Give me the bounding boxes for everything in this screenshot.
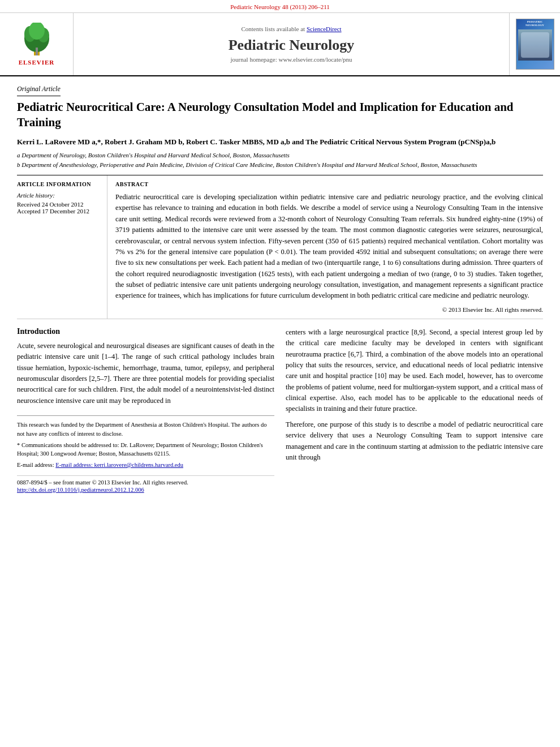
cover-title-label: PEDIATRICNEUROLOGY: [524, 19, 545, 27]
elsevier-tree-icon: [14, 23, 59, 57]
correspondence-note: * Communications should be addressed to:…: [17, 441, 274, 459]
abstract-panel: ABSTRACT Pediatric neurocritical care is…: [107, 175, 543, 319]
info-abstract-section: ARTICLE INFORMATION Article history: Rec…: [17, 175, 543, 319]
funding-note: This research was funded by the Departme…: [17, 420, 274, 439]
article-content: Original Article Pediatric Neurocritical…: [0, 76, 560, 502]
left-column: Introduction Acute, severe neurological …: [17, 327, 274, 494]
introduction-heading: Introduction: [17, 327, 274, 336]
right-column: centers with a large neurosurgical pract…: [286, 327, 543, 494]
journal-title-area: Contents lists available at ScienceDirec…: [74, 13, 509, 75]
elsevier-logo-area: ELSEVIER: [0, 13, 74, 75]
affiliations: a Department of Neurology, Boston Childr…: [17, 151, 543, 169]
abstract-body: Pediatric neurocritical care is developi…: [115, 192, 543, 302]
article-type-label: Original Article: [17, 85, 61, 96]
article-information-panel: ARTICLE INFORMATION Article history: Rec…: [17, 175, 107, 319]
copyright-notice: © 2013 Elsevier Inc. All rights reserved…: [115, 306, 543, 313]
intro-right-paragraph-2: Therefore, one purpose of this study is …: [286, 419, 543, 463]
elsevier-brand-label: ELSEVIER: [19, 59, 55, 66]
received-date: Received 24 October 2012: [17, 201, 99, 208]
doi-line: http://dx.doi.org/10.1016/j.pediatrneuro…: [17, 487, 274, 493]
intro-right-paragraph-1: centers with a large neurosurgical pract…: [286, 327, 543, 415]
footer-notes: This research was funded by the Departme…: [17, 415, 274, 470]
affiliation-b: b Department of Anesthesiology, Perioper…: [17, 160, 543, 170]
email-note: E-mail address: E-mail address: kerri.la…: [17, 461, 274, 470]
science-direct-line: Contents lists available at ScienceDirec…: [241, 25, 341, 32]
doi-link[interactable]: http://dx.doi.org/10.1016/j.pediatrneuro…: [17, 487, 144, 493]
affiliation-a: a Department of Neurology, Boston Childr…: [17, 151, 543, 160]
footer-ids: 0887-8994/$ – see front matter © 2013 El…: [17, 475, 274, 493]
article-history-label: Article history:: [17, 192, 99, 199]
journal-header: ELSEVIER Contents lists available at Sci…: [0, 13, 560, 76]
article-title: Pediatric Neurocritical Care: A Neurolog…: [17, 100, 543, 131]
intro-left-paragraph: Acute, severe neurological and neurosurg…: [17, 341, 274, 406]
science-direct-link[interactable]: ScienceDirect: [307, 25, 342, 32]
svg-rect-5: [36, 48, 38, 55]
journal-homepage: journal homepage: www.elsevier.com/locat…: [231, 56, 352, 63]
body-columns: Introduction Acute, severe neurological …: [17, 327, 543, 494]
journal-cover-image: PEDIATRICNEUROLOGY: [516, 19, 554, 70]
authors-line: Kerri L. LaRovere MD a,*, Robert J. Grah…: [17, 136, 543, 148]
journal-title: Pediatric Neurology: [229, 37, 355, 54]
journal-cover-area: PEDIATRICNEUROLOGY: [509, 13, 560, 75]
journal-citation: Pediatric Neurology 48 (2013) 206–211: [230, 3, 330, 10]
issn-line: 0887-8994/$ – see front matter © 2013 El…: [17, 479, 274, 486]
accepted-date: Accepted 17 December 2012: [17, 208, 99, 214]
email-link[interactable]: E-mail address: kerri.larovere@childrens…: [55, 462, 183, 468]
journal-citation-bar: Pediatric Neurology 48 (2013) 206–211: [0, 0, 560, 13]
abstract-heading: ABSTRACT: [115, 181, 543, 187]
article-info-heading: ARTICLE INFORMATION: [17, 181, 99, 187]
cover-brain-image: [518, 29, 552, 61]
